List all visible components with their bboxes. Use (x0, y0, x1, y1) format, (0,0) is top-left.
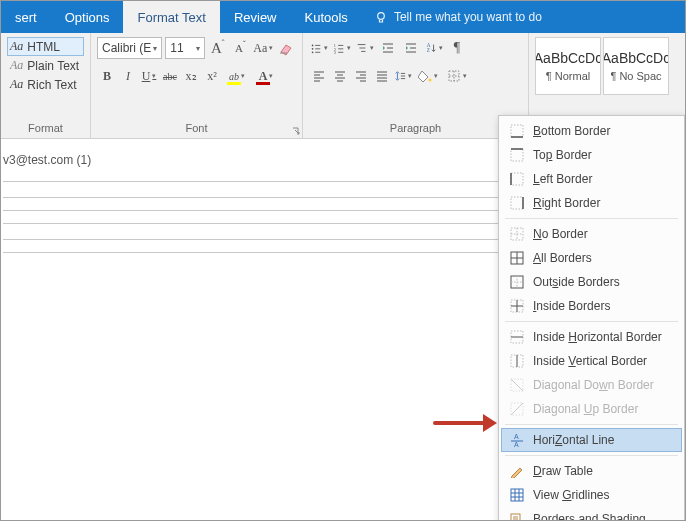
menu-inside-borders[interactable]: Inside Borders (501, 294, 682, 318)
align-center-button[interactable] (330, 65, 350, 87)
tab-insert[interactable]: sert (1, 1, 51, 33)
svg-point-0 (378, 13, 385, 20)
grow-font-button[interactable]: Aˆ (208, 37, 228, 59)
align-left-icon (312, 69, 326, 83)
style-no-spacing[interactable]: AaBbCcDc¶ No Spac (603, 37, 669, 95)
dialog-launcher-icon[interactable] (292, 127, 300, 135)
svg-point-2 (312, 48, 314, 50)
dec-indent-button[interactable] (378, 37, 398, 59)
tab-options[interactable]: Options (51, 1, 124, 33)
border-left-icon (509, 171, 525, 187)
highlight-button[interactable]: ab (223, 65, 251, 87)
border-diag-up-icon (509, 401, 525, 417)
font-size-combo[interactable]: 11▾ (165, 37, 205, 59)
border-none-icon (509, 226, 525, 242)
group-format: AaHTML AaPlain Text AaRich Text Format (1, 33, 91, 138)
ribbon-tabs: sert Options Format Text Review Kutools … (1, 1, 685, 33)
menu-borders-shading[interactable]: Borders and Shading... (501, 507, 682, 521)
svg-rect-11 (511, 125, 523, 137)
svg-point-9 (429, 79, 432, 82)
menu-separator (505, 455, 678, 456)
svg-point-3 (312, 51, 314, 53)
menu-separator (505, 218, 678, 219)
menu-view-gridlines[interactable]: View Gridlines (501, 483, 682, 507)
menu-draw-table[interactable]: Draw Table (501, 459, 682, 483)
menu-separator (505, 424, 678, 425)
change-case-button[interactable]: Aa (253, 37, 273, 59)
bullets-button[interactable] (309, 37, 329, 59)
menu-all-borders[interactable]: All Borders (501, 246, 682, 270)
menu-no-border[interactable]: No Border (501, 222, 682, 246)
superscript-button[interactable]: x² (202, 65, 222, 87)
bold-button[interactable]: B (97, 65, 117, 87)
format-html[interactable]: AaHTML (7, 37, 84, 56)
bulb-icon (374, 10, 388, 24)
italic-button[interactable]: I (118, 65, 138, 87)
svg-text:3: 3 (334, 50, 336, 55)
sort-icon: AZ (425, 41, 437, 55)
borders-icon (447, 69, 461, 83)
numbering-icon: 123 (333, 41, 345, 55)
shrink-font-button[interactable]: Aˇ (231, 37, 251, 59)
align-right-icon (354, 69, 368, 83)
tab-format-text[interactable]: Format Text (123, 1, 219, 33)
svg-point-1 (312, 45, 314, 47)
border-bottom-icon (509, 123, 525, 139)
eraser-icon (278, 40, 294, 56)
svg-text:A: A (514, 433, 519, 440)
multilevel-button[interactable] (355, 37, 375, 59)
menu-right-border[interactable]: Right Border (501, 191, 682, 215)
justify-button[interactable] (372, 65, 392, 87)
show-marks-button[interactable]: ¶ (447, 37, 467, 59)
svg-rect-12 (511, 149, 523, 161)
dec-indent-icon (381, 41, 395, 55)
svg-rect-14 (511, 197, 523, 209)
bullets-icon (310, 41, 322, 55)
shading-button[interactable] (414, 65, 442, 87)
group-label-paragraph: Paragraph (309, 120, 522, 136)
menu-diagonal-up: Diagonal Up Border (501, 397, 682, 421)
chevron-down-icon: ▾ (153, 44, 157, 53)
borders-shading-icon (509, 511, 525, 521)
line-spacing-button[interactable] (393, 65, 413, 87)
border-inside-v-icon (509, 353, 525, 369)
font-name-combo[interactable]: Calibri (E▾ (97, 37, 162, 59)
border-top-icon (509, 147, 525, 163)
tell-me-search[interactable]: Tell me what you want to do (362, 10, 554, 24)
strike-button[interactable]: abc (160, 65, 180, 87)
border-outside-icon (509, 274, 525, 290)
inc-indent-button[interactable] (401, 37, 421, 59)
menu-inside-vertical[interactable]: Inside Vertical Border (501, 349, 682, 373)
menu-bottom-border[interactable]: Bottom Border (501, 119, 682, 143)
numbering-button[interactable]: 123 (332, 37, 352, 59)
svg-text:A: A (514, 441, 519, 447)
menu-horizontal-line[interactable]: AAHoriZontal Line (501, 428, 682, 452)
underline-button[interactable]: U (139, 65, 159, 87)
format-rich[interactable]: AaRich Text (7, 75, 84, 94)
menu-separator (505, 321, 678, 322)
multilevel-icon (356, 41, 368, 55)
tab-review[interactable]: Review (220, 1, 291, 33)
font-color-button[interactable]: A (252, 65, 280, 87)
horizontal-line-icon: AA (509, 432, 525, 448)
align-right-button[interactable] (351, 65, 371, 87)
group-paragraph: 123 AZ ¶ Paragraph (303, 33, 529, 138)
subscript-button[interactable]: x₂ (181, 65, 201, 87)
format-plain[interactable]: AaPlain Text (7, 56, 84, 75)
menu-outside-borders[interactable]: Outside Borders (501, 270, 682, 294)
gridlines-icon (509, 487, 525, 503)
svg-rect-13 (511, 173, 523, 185)
sort-button[interactable]: AZ (424, 37, 444, 59)
group-font: Calibri (E▾ 11▾ Aˆ Aˇ Aa B I U abc x₂ x²… (91, 33, 303, 138)
style-normal[interactable]: AaBbCcDc¶ Normal (535, 37, 601, 95)
menu-left-border[interactable]: Left Border (501, 167, 682, 191)
clear-format-button[interactable] (276, 37, 296, 59)
borders-button[interactable] (443, 65, 471, 87)
align-left-button[interactable] (309, 65, 329, 87)
svg-text:Z: Z (427, 47, 430, 53)
menu-inside-horizontal[interactable]: Inside Horizontal Border (501, 325, 682, 349)
tab-kutools[interactable]: Kutools (291, 1, 362, 33)
border-diag-down-icon (509, 377, 525, 393)
borders-dropdown: Bottom Border Top Border Left Border Rig… (498, 115, 685, 521)
menu-top-border[interactable]: Top Border (501, 143, 682, 167)
